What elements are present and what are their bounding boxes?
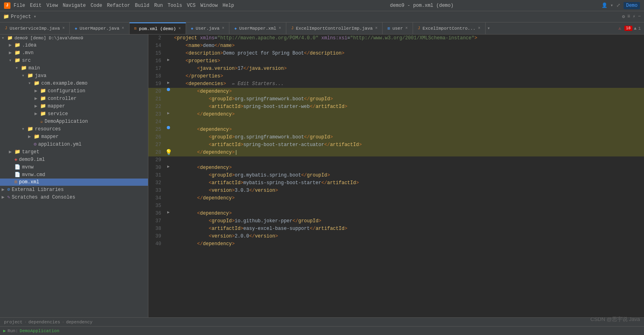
tab-close3[interactable]: × (178, 26, 181, 31)
tree-resources[interactable]: ▾ 📁 resources (0, 125, 148, 133)
tab-label3: pom.xml (demo) (139, 26, 176, 31)
project-dropdown-icon[interactable]: ▾ (33, 14, 36, 20)
tree-service[interactable]: ▶ 📁 service (0, 110, 148, 118)
tab-overflow-icon[interactable]: ▾ (487, 22, 490, 34)
menu-tools[interactable]: Tools (168, 3, 182, 8)
tree-package[interactable]: ▾ 📁 com.example.demo (0, 79, 148, 87)
line-num-15: 15 (148, 50, 164, 57)
tree-configuration[interactable]: ▶ 📁 configuration (0, 87, 148, 95)
gutter-16: ▶ (164, 57, 172, 62)
config-arrow: ▶ (34, 88, 40, 94)
tree-application-yml[interactable]: ⚙ application.yml (0, 140, 148, 148)
tree-target[interactable]: ▶ 📁 target (0, 148, 148, 156)
menu-code[interactable]: Code (91, 3, 102, 8)
file-tree: ▾ 📁 demo9 [demo] D:\java\demo9 ▶ 📁 .idea… (0, 35, 148, 317)
fold-icon-23[interactable]: ▶ (167, 111, 170, 116)
tab-close7[interactable]: × (405, 26, 408, 30)
menu-file[interactable]: File (14, 3, 25, 8)
java-file-icon5: J (418, 26, 420, 30)
menu-refactor[interactable]: Refactor (107, 3, 130, 8)
project-actions: ⚙ ≡ ⚡ − (622, 14, 641, 20)
tree-root[interactable]: ▾ 📁 demo9 [demo] D:\java\demo9 (0, 35, 148, 41)
tab-close4[interactable]: × (222, 26, 224, 30)
tree-mvnw[interactable]: 📄 mvnw (0, 163, 148, 171)
tree-iml[interactable]: ◈ demo9.iml (0, 156, 148, 163)
tree-idea[interactable]: ▶ 📁 .idea (0, 41, 148, 49)
mvn-arrow: ▶ (9, 50, 14, 56)
menu-vcs[interactable]: VCS (187, 3, 196, 8)
minus-icon[interactable]: − (638, 14, 641, 20)
tab-user-table[interactable]: ⊞ user × (383, 22, 413, 34)
breadcrumb-item-project[interactable]: project (4, 320, 22, 325)
fold-icon-16[interactable]: ▶ (167, 57, 170, 62)
tree-res-mapper[interactable]: ▶ 📁 mapper (0, 133, 148, 140)
tab-usermapper[interactable]: ◈ UserMapper.java × (70, 22, 129, 34)
tab-close5[interactable]: × (279, 26, 281, 30)
tree-mapper[interactable]: ▶ 📁 mapper (0, 102, 148, 110)
maximize-icon[interactable]: ⤢ (616, 2, 620, 8)
code-line-26: 26 <groupId>org.springframework.boot</gr… (148, 134, 644, 141)
menu-help[interactable]: Help (223, 3, 234, 8)
tab-close[interactable]: × (62, 26, 65, 30)
line-content-33: <version>3.0.3</version> (172, 187, 644, 195)
tab-excelimport[interactable]: J ExcelImportControllerImp.java × (286, 22, 383, 34)
fold-icon-19[interactable]: ▶ (167, 80, 170, 85)
menu-run[interactable]: Run (154, 3, 163, 8)
project-label[interactable]: 📁 Project ▾ (3, 14, 36, 20)
line-num-31: 31 (148, 172, 164, 179)
folder-icon: 📁 (3, 14, 9, 20)
menu-build[interactable]: Build (135, 3, 149, 8)
breadcrumb-item-dependency[interactable]: dependency (66, 320, 93, 325)
res-label: resources (35, 126, 61, 132)
tree-mvn[interactable]: ▶ 📁 .mvn (0, 49, 148, 57)
fold-icon-36[interactable]: ▶ (167, 210, 170, 215)
tab-pom-xml[interactable]: m pom.xml (demo) × (130, 22, 186, 34)
tree-scratches[interactable]: ▶ ✎ Scratches and Consoles (0, 193, 148, 201)
target-folder-icon: 📁 (14, 149, 20, 155)
tree-main[interactable]: ▾ 📁 main (0, 64, 148, 72)
line-content-36: <dependency> (172, 210, 644, 217)
warning-icon: ▲ (634, 26, 637, 31)
line-num-37: 37 (148, 217, 164, 225)
line-num-32: 32 (148, 179, 164, 187)
menu-navigate[interactable]: Navigate (63, 3, 86, 8)
tab-userserviceimp[interactable]: J UserServiceImp.java × (0, 22, 70, 34)
tree-java[interactable]: ▾ 📁 java (0, 72, 148, 79)
account-icon[interactable]: 👤 ▾ (601, 2, 613, 8)
scratch-icon: ✎ (7, 194, 10, 200)
tree-mvnw-cmd[interactable]: 📄 mvnw.cmd (0, 171, 148, 179)
code-line-32: 32 <artifactId>mybatis-spring-boot-start… (148, 179, 644, 187)
line-content-21: <groupId>org.springframework.boot</group… (172, 95, 644, 103)
tab-user-java[interactable]: ◈ User.java × (186, 22, 229, 34)
line-content-14: <name>demo</name> (172, 42, 644, 50)
line-content-40: </dependency> (172, 240, 644, 248)
menu-bar[interactable]: File Edit View Navigate Code Refactor Bu… (14, 3, 234, 8)
list-icon[interactable]: ≡ (627, 14, 630, 20)
tree-src[interactable]: ▾ 📁 src (0, 57, 148, 64)
tree-pom-xml[interactable]: m pom.xml (0, 179, 148, 186)
tree-ext-libs[interactable]: ▶ ⊘ External Libraries (0, 186, 148, 193)
menu-edit[interactable]: Edit (30, 3, 42, 8)
tab-usermapper-xml[interactable]: ◈ UserMapper.xml × (229, 22, 286, 34)
main-label: main (28, 65, 40, 71)
settings-icon[interactable]: ⚡ (633, 14, 636, 20)
gutter-25 (164, 126, 172, 129)
gear-icon[interactable]: ⚙ (622, 14, 625, 20)
tree-controller[interactable]: ▶ 📁 controller (0, 95, 148, 102)
ctrl-arrow: ▶ (34, 95, 40, 102)
tree-demo-app[interactable]: ☕ DemoApplication (0, 118, 148, 125)
menu-view[interactable]: View (47, 3, 58, 8)
line-num-38: 38 (148, 225, 164, 233)
mapper-folder-icon: 📁 (40, 103, 46, 109)
breadcrumb-item-dependencies[interactable]: dependencies (28, 320, 60, 325)
blue-dot-25 (167, 126, 170, 129)
tab-close6[interactable]: × (375, 26, 377, 30)
tab-close2[interactable]: × (122, 26, 124, 30)
menu-window[interactable]: Window (200, 3, 218, 8)
code-editor[interactable]: 2 <project xmlns="http://maven.apache.or… (148, 35, 644, 317)
tab-label: UserServiceImp.java (10, 26, 60, 31)
tab-excelimport2[interactable]: J ExcelImportContro... × (413, 22, 486, 34)
tab-close8[interactable]: × (478, 26, 480, 30)
fold-icon-30[interactable]: ▶ (167, 164, 170, 169)
iml-label: demo9.iml (19, 157, 45, 162)
